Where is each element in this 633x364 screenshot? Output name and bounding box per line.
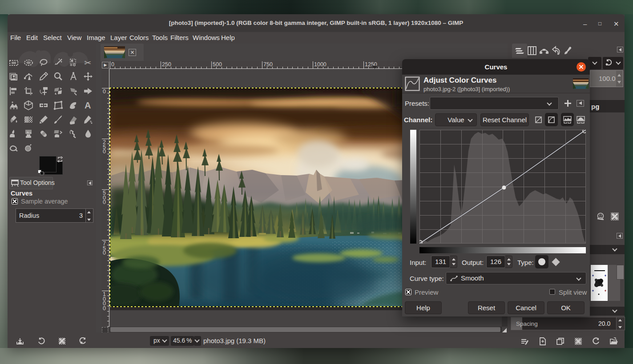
svg-text:A: A — [85, 100, 91, 110]
svg-text:✂: ✂ — [84, 58, 91, 68]
